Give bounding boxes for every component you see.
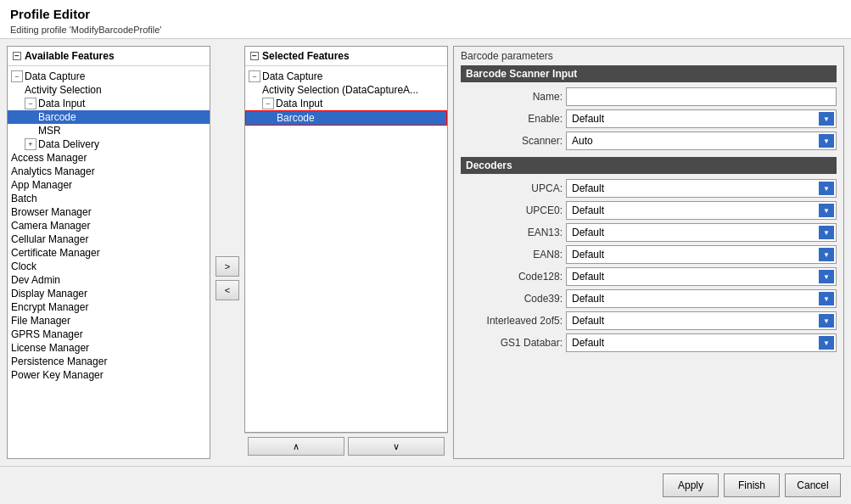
selected-features-wrapper: − Selected Features − Data CaptureActivi… bbox=[244, 46, 448, 459]
collapse-available-icon[interactable]: − bbox=[13, 52, 21, 60]
left-tree-item-app-manager[interactable]: App Manager bbox=[8, 178, 210, 192]
dropdown-arrow-icon: ▼ bbox=[819, 134, 834, 148]
tree-item-label-encrypt-manager: Encrypt Manager bbox=[11, 301, 88, 313]
left-tree-item-data-input[interactable]: − Data Input bbox=[8, 97, 210, 110]
selected-features-header: − Selected Features bbox=[245, 47, 447, 66]
left-tree-item-gprs-manager[interactable]: GPRS Manager bbox=[8, 328, 210, 341]
left-tree-item-file-manager[interactable]: File Manager bbox=[8, 314, 210, 328]
decoder-field-row-3: EAN8:Default▼ bbox=[461, 245, 837, 264]
left-tree-item-certificate-manager[interactable]: Certificate Manager bbox=[8, 246, 210, 260]
left-tree-item-data-capture[interactable]: − Data Capture bbox=[8, 70, 210, 83]
left-tree-item-data-delivery[interactable]: + Data Delivery bbox=[8, 137, 210, 151]
decoder-select-5[interactable]: Default▼ bbox=[566, 289, 837, 308]
scanner-label-0: Name: bbox=[461, 91, 563, 103]
selected-features-tree: − Data CaptureActivity Selection (DataCa… bbox=[245, 66, 447, 129]
tree-item-label-app-manager: App Manager bbox=[11, 179, 72, 191]
tree-item-label-activity-selection: Activity Selection bbox=[25, 84, 102, 96]
scanner-select-1[interactable]: Default▼ bbox=[566, 109, 837, 128]
mid-expander-sel-data-input[interactable]: − bbox=[262, 98, 274, 109]
decoder-select-4[interactable]: Default▼ bbox=[566, 267, 837, 286]
mid-tree-item-sel-barcode[interactable]: Barcode bbox=[245, 110, 447, 126]
left-tree-item-power-key-manager[interactable]: Power Key Manager bbox=[8, 368, 210, 382]
decoder-dropdown-arrow-icon: ▼ bbox=[819, 204, 834, 217]
decoder-select-3[interactable]: Default▼ bbox=[566, 245, 837, 264]
available-features-tree: − Data CaptureActivity Selection− Data I… bbox=[8, 66, 210, 385]
left-tree-item-analytics-manager[interactable]: Analytics Manager bbox=[8, 165, 210, 178]
left-tree-item-activity-selection[interactable]: Activity Selection bbox=[8, 83, 210, 97]
move-up-button[interactable]: ∧ bbox=[248, 437, 344, 456]
decoder-fields: UPCA:Default▼UPCE0:Default▼EAN13:Default… bbox=[461, 179, 837, 352]
scanner-field-row-2: Scanner:Auto▼ bbox=[461, 132, 837, 150]
left-tree-item-clock[interactable]: Clock bbox=[8, 260, 210, 273]
cancel-button[interactable]: Cancel bbox=[785, 473, 841, 497]
left-tree-item-cellular-manager[interactable]: Cellular Manager bbox=[8, 232, 210, 246]
tree-item-label-barcode: Barcode bbox=[38, 111, 76, 123]
move-down-button[interactable]: ∨ bbox=[348, 437, 445, 456]
left-tree-item-encrypt-manager[interactable]: Encrypt Manager bbox=[8, 300, 210, 314]
mid-tree-item-label-sel-barcode: Barcode bbox=[277, 112, 315, 124]
tree-item-label-batch: Batch bbox=[11, 193, 37, 204]
decoder-field-row-2: EAN13:Default▼ bbox=[461, 223, 837, 242]
move-left-button[interactable]: < bbox=[216, 280, 239, 300]
barcode-params-panel: Barcode parameters Barcode Scanner Input… bbox=[453, 46, 844, 459]
decoder-label-6: Interleaved 2of5: bbox=[461, 315, 563, 327]
decoder-select-6[interactable]: Default▼ bbox=[566, 311, 837, 330]
left-tree-item-dev-admin[interactable]: Dev Admin bbox=[8, 273, 210, 287]
expander-data-input[interactable]: − bbox=[25, 98, 36, 109]
scanner-section-header: Barcode Scanner Input bbox=[461, 65, 837, 82]
mid-expander-sel-data-capture[interactable]: − bbox=[249, 70, 260, 82]
mid-tree-item-sel-data-capture[interactable]: − Data Capture bbox=[245, 70, 447, 83]
decoder-label-7: GS1 Databar: bbox=[461, 337, 563, 349]
tree-item-label-analytics-manager: Analytics Manager bbox=[11, 165, 95, 177]
tree-item-label-cellular-manager: Cellular Manager bbox=[11, 233, 88, 245]
left-tree-item-display-manager[interactable]: Display Manager bbox=[8, 287, 210, 300]
left-tree-item-msr[interactable]: MSR bbox=[8, 124, 210, 137]
decoder-field-row-1: UPCE0:Default▼ bbox=[461, 201, 837, 220]
left-tree-item-barcode[interactable]: Barcode bbox=[8, 110, 210, 124]
expander-data-delivery[interactable]: + bbox=[25, 138, 36, 150]
left-tree-item-access-manager[interactable]: Access Manager bbox=[8, 151, 210, 165]
apply-button[interactable]: Apply bbox=[663, 473, 719, 497]
decoder-select-2[interactable]: Default▼ bbox=[566, 223, 837, 242]
decoder-field-row-6: Interleaved 2of5:Default▼ bbox=[461, 311, 837, 330]
left-tree-item-camera-manager[interactable]: Camera Manager bbox=[8, 219, 210, 232]
decoder-select-0[interactable]: Default▼ bbox=[566, 179, 837, 198]
left-tree-item-browser-manager[interactable]: Browser Manager bbox=[8, 205, 210, 219]
tree-item-label-file-manager: File Manager bbox=[11, 315, 70, 327]
decoder-label-5: Code39: bbox=[461, 293, 563, 305]
scanner-label-2: Scanner: bbox=[461, 135, 563, 147]
tree-item-label-data-delivery: Data Delivery bbox=[38, 138, 99, 150]
decoder-dropdown-arrow-icon: ▼ bbox=[819, 314, 834, 328]
scanner-select-2[interactable]: Auto▼ bbox=[566, 132, 837, 150]
expander-data-capture[interactable]: − bbox=[11, 70, 23, 82]
decoder-label-0: UPCA: bbox=[461, 182, 563, 194]
left-tree-item-persistence-manager[interactable]: Persistence Manager bbox=[8, 355, 210, 368]
tree-item-label-msr: MSR bbox=[38, 125, 61, 137]
tree-item-label-dev-admin: Dev Admin bbox=[11, 274, 60, 286]
mid-tree-item-sel-data-input[interactable]: − Data Input bbox=[245, 97, 447, 110]
tree-item-label-certificate-manager: Certificate Manager bbox=[11, 247, 100, 259]
window-title: Profile Editor bbox=[10, 7, 841, 21]
decoder-dropdown-arrow-icon: ▼ bbox=[819, 226, 834, 239]
move-right-button[interactable]: > bbox=[216, 256, 239, 277]
collapse-selected-icon[interactable]: − bbox=[250, 52, 259, 60]
decoder-select-1[interactable]: Default▼ bbox=[566, 201, 837, 220]
tree-item-label-data-input: Data Input bbox=[38, 98, 85, 109]
scanner-input-name[interactable] bbox=[566, 87, 837, 106]
right-panel-content: Barcode Scanner Input Name:Enable:Defaul… bbox=[454, 65, 843, 458]
tree-item-label-display-manager: Display Manager bbox=[11, 288, 87, 300]
selected-features-panel: − Selected Features − Data CaptureActivi… bbox=[244, 46, 448, 433]
mid-tree-item-label-sel-data-capture: Data Capture bbox=[262, 70, 322, 82]
left-tree-item-batch[interactable]: Batch bbox=[8, 192, 210, 205]
scanner-field-row-1: Enable:Default▼ bbox=[461, 109, 837, 128]
decoder-dropdown-arrow-icon: ▼ bbox=[819, 292, 834, 305]
tree-item-label-license-manager: License Manager bbox=[11, 342, 89, 354]
finish-button[interactable]: Finish bbox=[724, 473, 780, 497]
mid-tree-item-sel-activity-selection[interactable]: Activity Selection (DataCaptureA... bbox=[245, 83, 447, 97]
title-bar: Profile Editor Editing profile 'ModifyBa… bbox=[0, 0, 851, 39]
tree-item-label-power-key-manager: Power Key Manager bbox=[11, 369, 104, 381]
decoder-dropdown-arrow-icon: ▼ bbox=[819, 248, 834, 261]
decoder-label-4: Code128: bbox=[461, 271, 563, 283]
decoder-select-7[interactable]: Default▼ bbox=[566, 333, 837, 352]
left-tree-item-license-manager[interactable]: License Manager bbox=[8, 341, 210, 355]
